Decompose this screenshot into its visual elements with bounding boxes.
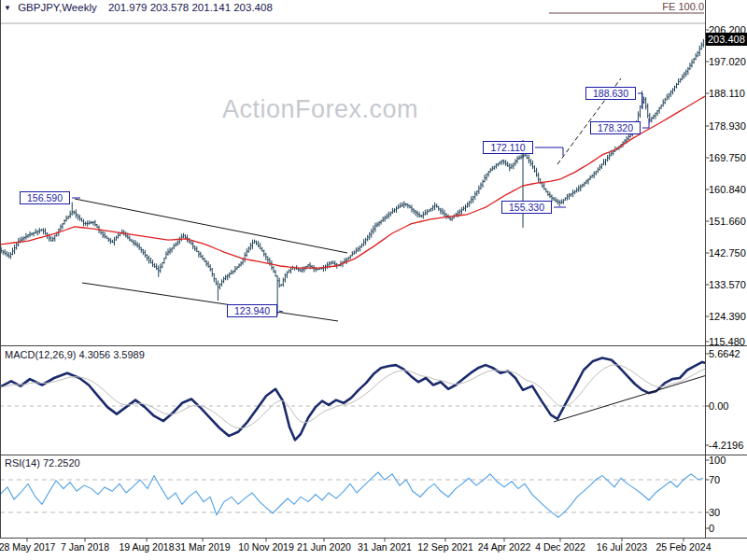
price-label-callout[interactable]: 156.590 [20,191,70,204]
rsi-tick-label: 0 [709,523,714,534]
main-price-pane[interactable] [0,0,706,346]
chart-title-bar: ▼ GBPJPY,Weekly 201.979 203.578 201.141 … [4,2,273,13]
price-tick-label: 188.110 [709,88,745,99]
macd-tick-label: -4.2196 [709,440,743,451]
price-label-callout[interactable]: 123.940 [227,304,277,317]
fibonacci-expansion-label[interactable]: FE 100.0 [644,1,704,12]
symbol-period-label: GBPJPY,Weekly [18,2,97,13]
date-tick-label: 31 Mar 2019 [176,541,231,553]
date-tick-label: 16 Jul 2023 [597,541,647,553]
price-label-callout[interactable]: 188.630 [585,87,636,100]
date-tick-label: 12 Sep 2021 [417,541,473,553]
date-tick-label: 31 Jan 2021 [358,541,412,553]
current-price-tag: 203.408 [706,33,747,46]
candlesticks [0,39,704,315]
date-tick-label: 28 May 2017 [0,541,55,553]
rsi-line [0,472,703,517]
date-tick-label: 21 Jun 2020 [297,541,351,553]
price-tick-label: 197.020 [709,56,746,67]
rsi-tick-label: 30 [709,507,720,518]
price-tick-label: 160.840 [709,184,746,195]
price-tick-label: 124.390 [709,311,746,322]
date-tick-label: 7 Jan 2018 [61,541,109,553]
price-tick-label: 133.570 [709,279,746,290]
price-label-callout[interactable]: 172.110 [483,141,533,154]
rsi-tick-label: 100 [709,455,726,466]
ohlc-readout: 201.979 203.578 201.141 203.408 [108,2,273,13]
trading-chart-window: ▼ GBPJPY,Weekly 201.979 203.578 201.141 … [0,0,747,560]
date-tick-label: 24 Apr 2022 [478,541,531,553]
price-tick-label: 178.930 [709,120,746,132]
macd-tick-label: 0.00 [709,400,728,412]
channel-upper-trendline [75,199,347,253]
rsi-indicator-label: RSI(14) 72.2520 [5,457,80,469]
callout-pointer [642,119,649,128]
price-tick-label: 115.480 [709,336,745,347]
rsi-tick-label: 70 [709,474,720,485]
price-tick-label: 151.660 [709,216,746,227]
date-tick-label: 10 Nov 2019 [238,541,294,553]
callout-pointer [535,147,563,156]
price-tick-label: 142.750 [709,247,746,259]
price-label-callout[interactable]: 178.320 [590,121,641,134]
price-tick-label: 169.750 [709,152,746,163]
date-tick-label: 25 Feb 2024 [656,541,712,553]
symbol-dropdown-icon[interactable]: ▼ [4,4,11,12]
macd-main-line [0,358,706,441]
date-tick-label: 4 Dec 2022 [535,541,585,553]
price-label-callout[interactable]: 155.330 [501,201,552,214]
rsi-pane[interactable] [0,455,706,538]
macd-tick-label: 5.6642 [709,348,740,359]
date-tick-label: 19 Aug 2018 [120,541,175,553]
callout-pointer [279,311,283,312]
channel-lower-trendline [82,283,338,321]
macd-indicator-label: MACD(12,26,9) 4.3056 3.5989 [5,349,145,360]
macd-pane[interactable] [0,346,706,455]
watermark: ActionForex.com [222,95,418,124]
